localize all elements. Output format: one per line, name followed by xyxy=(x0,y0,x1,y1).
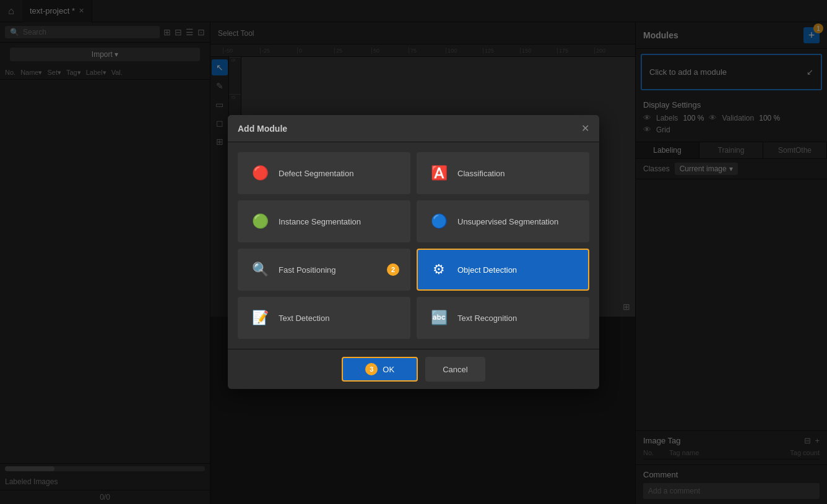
module-item-object-detection[interactable]: ⚙Object Detection xyxy=(417,249,589,291)
cancel-button[interactable]: Cancel xyxy=(425,357,485,382)
step3-badge: 3 xyxy=(365,363,378,375)
module-item-defect-segmentation[interactable]: 🔴Defect Segmentation xyxy=(238,152,410,194)
fast-positioning-icon: 🔍 xyxy=(249,258,271,281)
module-item-classification[interactable]: 🅰️Classification xyxy=(417,152,589,194)
object-detection-label: Object Detection xyxy=(457,265,517,275)
defect-segmentation-icon: 🔴 xyxy=(249,162,271,184)
unsupervised-segmentation-icon: 🔵 xyxy=(428,210,450,233)
modal-close-button[interactable]: ✕ xyxy=(581,122,589,134)
modal-title: Add Module xyxy=(238,124,287,134)
ok-button[interactable]: 3 OK xyxy=(342,357,418,382)
module-item-text-detection[interactable]: 📝Text Detection xyxy=(238,297,410,339)
modal-header: Add Module ✕ xyxy=(228,115,599,142)
modal-footer: 3 OK Cancel xyxy=(228,349,599,389)
unsupervised-segmentation-label: Unsupervised Segmentation xyxy=(457,217,558,226)
defect-segmentation-label: Defect Segmentation xyxy=(279,169,353,178)
module-item-text-recognition[interactable]: 🔤Text Recognition xyxy=(417,297,589,339)
text-recognition-icon: 🔤 xyxy=(428,307,450,329)
module-item-instance-segmentation[interactable]: 🟢Instance Segmentation xyxy=(238,200,410,242)
modal-body: 🔴Defect Segmentation🅰️Classification🟢Ins… xyxy=(228,142,599,349)
classification-label: Classification xyxy=(457,169,505,178)
text-recognition-label: Text Recognition xyxy=(457,314,517,323)
ok-label: OK xyxy=(383,365,394,374)
instance-segmentation-icon: 🟢 xyxy=(249,210,271,233)
module-item-fast-positioning[interactable]: 🔍Fast Positioning2 xyxy=(238,249,410,291)
instance-segmentation-label: Instance Segmentation xyxy=(279,217,361,226)
step2-badge: 2 xyxy=(387,263,399,276)
add-module-modal: Add Module ✕ 🔴Defect Segmentation🅰️Class… xyxy=(228,115,599,389)
text-detection-icon: 📝 xyxy=(249,307,271,329)
classification-icon: 🅰️ xyxy=(428,162,450,184)
module-item-unsupervised-segmentation[interactable]: 🔵Unsupervised Segmentation xyxy=(417,200,589,242)
object-detection-icon: ⚙ xyxy=(428,258,450,281)
fast-positioning-label: Fast Positioning xyxy=(279,265,336,275)
text-detection-label: Text Detection xyxy=(279,314,329,323)
modal-overlay[interactable]: Add Module ✕ 🔴Defect Segmentation🅰️Class… xyxy=(0,0,827,504)
